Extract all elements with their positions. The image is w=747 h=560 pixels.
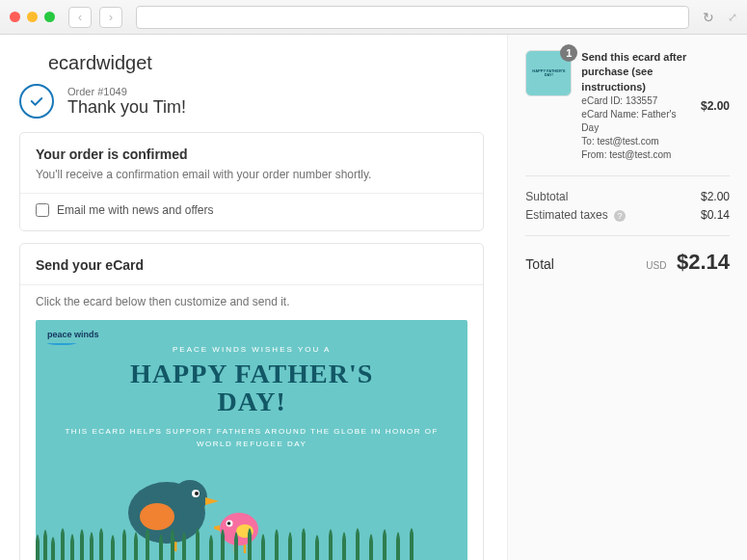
page-body: ecardwidget Order #1049 Thank you Tim! Y… (0, 35, 747, 560)
peace-winds-logo: peace winds (47, 330, 99, 339)
divider (20, 284, 483, 285)
ecard-subtitle: THIS ECARD HELPS SUPPORT FATHERS AROUND … (36, 426, 467, 451)
main-column: ecardwidget Order #1049 Thank you Tim! Y… (0, 35, 507, 560)
divider (525, 235, 730, 236)
subtotal-label: Subtotal (525, 190, 568, 203)
expand-icon[interactable]: ⤢ (728, 11, 737, 24)
item-thumbnail-wrap: HAPPY FATHER'SDAY! 1 (525, 50, 572, 96)
order-number: Order #1049 (67, 86, 186, 97)
item-title: Send this ecard after purchase (see inst… (581, 50, 691, 94)
newsletter-checkbox[interactable] (36, 203, 49, 217)
ecard-title: HAPPY FATHER'S DAY! (36, 360, 467, 416)
minimize-window-icon[interactable] (27, 12, 38, 22)
order-header: Order #1049 Thank you Tim! (19, 84, 484, 119)
maximize-window-icon[interactable] (44, 12, 55, 22)
tax-value: $0.14 (701, 208, 730, 222)
summary-line-item: HAPPY FATHER'SDAY! 1 Send this ecard aft… (525, 50, 730, 162)
total-row: Total USD $2.14 (525, 250, 730, 275)
total-label: Total (525, 256, 554, 272)
send-ecard-card: Send your eCard Click the ecard below th… (19, 243, 484, 560)
newsletter-label: Email me with news and offers (57, 203, 214, 217)
divider (20, 193, 483, 194)
tax-label-text: Estimated taxes (525, 208, 607, 222)
ecard-preview[interactable]: peace winds PEACE WINDS WISHES YOU A HAP… (36, 320, 467, 560)
ecard-pretitle: PEACE WINDS WISHES YOU A (36, 345, 467, 354)
send-ecard-instruction: Click the ecard below then customize and… (36, 295, 467, 308)
item-meta: From: test@test.com (581, 148, 691, 162)
window-controls (10, 12, 55, 22)
quantity-badge: 1 (560, 44, 577, 62)
ecard-title-line: HAPPY FATHER'S (36, 360, 467, 387)
tax-label: Estimated taxes ? (525, 208, 626, 222)
subtotal-row: Subtotal $2.00 (525, 190, 730, 203)
forward-button[interactable]: › (99, 7, 122, 28)
logo-swish-icon (47, 341, 76, 345)
item-meta: eCard Name: Father's Day (581, 108, 691, 135)
subtotal-value: $2.00 (701, 190, 730, 203)
tax-row: Estimated taxes ? $0.14 (525, 208, 730, 222)
item-details: Send this ecard after purchase (see inst… (581, 50, 691, 162)
newsletter-row[interactable]: Email me with news and offers (36, 203, 467, 217)
help-icon[interactable]: ? (614, 210, 626, 222)
item-price: $2.00 (701, 99, 730, 113)
browser-chrome: ‹ › ↻ ⤢ (0, 0, 747, 35)
item-meta: To: test@test.com (581, 135, 691, 148)
store-brand: ecardwidget (48, 52, 484, 74)
order-summary: HAPPY FATHER'SDAY! 1 Send this ecard aft… (507, 35, 747, 560)
close-window-icon[interactable] (10, 12, 20, 22)
svg-point-1 (173, 480, 207, 515)
grass-icon (36, 522, 421, 560)
thank-you-heading: Thank you Tim! (67, 97, 186, 118)
back-button[interactable]: ‹ (68, 7, 92, 28)
confirmation-body: You'll receive a confirmation email with… (36, 168, 467, 181)
check-circle-icon (19, 84, 54, 119)
svg-point-3 (195, 492, 199, 495)
ecard-title-line: DAY! (36, 387, 467, 415)
total-amount: $2.14 (677, 250, 730, 274)
send-ecard-heading: Send your eCard (36, 257, 467, 273)
divider (525, 175, 730, 176)
confirmation-card: Your order is confirmed You'll receive a… (19, 132, 484, 231)
reload-icon[interactable]: ↻ (703, 10, 714, 25)
confirmation-heading: Your order is confirmed (36, 147, 467, 162)
currency-code: USD (646, 260, 666, 271)
item-meta: eCard ID: 133557 (581, 94, 691, 108)
address-bar[interactable] (136, 6, 689, 29)
